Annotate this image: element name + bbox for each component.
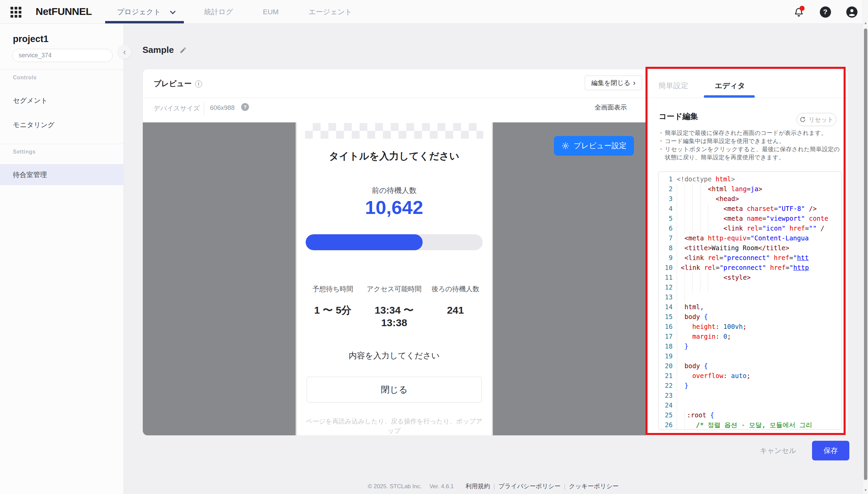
page-scrollbar[interactable]: ▲ ▼ <box>863 0 868 494</box>
copyright-text: © 2025. STCLab Inc. <box>368 483 422 490</box>
scrollbar-thumb[interactable] <box>864 28 867 480</box>
indent-guide <box>700 272 700 282</box>
stat-value: 1 〜 5分 <box>302 304 364 316</box>
line-number: 21 <box>659 371 677 381</box>
tab-editor[interactable]: エディタ <box>715 81 745 91</box>
nav-item-エージェント[interactable]: エージェント <box>309 7 352 17</box>
code-line: 15body { <box>659 312 842 322</box>
page-title-row: Sample <box>143 45 187 55</box>
code-token: ja <box>751 185 758 193</box>
indent-guide <box>684 410 685 420</box>
code-text: body { <box>677 361 842 371</box>
code-text: <link rel="preconnect" href="htt <box>677 253 842 263</box>
apps-grid-icon[interactable] <box>10 6 22 18</box>
code-token: = <box>719 254 723 261</box>
code-token: "icon" <box>762 225 786 232</box>
line-number: 22 <box>659 381 677 391</box>
chevron-down-icon <box>170 8 176 14</box>
waiting-stat: アクセス可能時間13:34 〜13:38 <box>364 284 425 329</box>
code-line: 24 <box>659 400 842 410</box>
waiting-stats: 予想待ち時間1 〜 5分アクセス可能時間13:34 〜13:38後ろの待機人数2… <box>302 284 486 329</box>
tab-simple-settings[interactable]: 簡単設定 <box>658 81 688 91</box>
service-select-input[interactable] <box>12 49 113 62</box>
nav-item-EUM[interactable]: EUM <box>263 8 279 16</box>
scroll-down-icon[interactable]: ▼ <box>863 488 868 492</box>
help-icon[interactable]: ? <box>819 6 831 18</box>
footer-link-プライバシーポリシー[interactable]: プライバシーポリシー <box>498 482 560 490</box>
indent-guide <box>700 224 700 233</box>
preview-settings-button[interactable]: プレビュー設定 <box>554 136 634 156</box>
code-token <box>700 313 704 320</box>
save-button[interactable]: 保存 <box>812 441 849 460</box>
code-token: "preconnect" <box>723 254 770 261</box>
indent-guide <box>684 194 685 204</box>
scroll-up-icon[interactable]: ▲ <box>863 21 868 25</box>
code-editor[interactable]: 1<!doctype html>2<html lang=ja>3<head>4<… <box>658 172 842 430</box>
code-token: html <box>712 175 731 183</box>
footer-link-利用規約[interactable]: 利用規約 <box>466 482 490 490</box>
main-nav: プロジェクト統計ログEUMエージェント <box>117 0 382 24</box>
pencil-icon <box>180 46 187 54</box>
stat-value: 13:34 〜13:38 <box>364 304 425 329</box>
notifications-bell-icon[interactable] <box>793 6 805 18</box>
footer-link-クッキーポリシー[interactable]: クッキーポリシー <box>569 482 619 490</box>
code-token: </title> <box>758 244 789 251</box>
sidebar-divider <box>0 144 124 144</box>
device-size-label: デバイスサイズ <box>154 104 200 113</box>
code-line: 17 margin: 0; <box>659 331 842 341</box>
indent-guide <box>677 341 677 351</box>
line-number: 2 <box>659 184 677 194</box>
indent-guide <box>700 282 700 292</box>
code-token: lang <box>727 185 747 193</box>
indent-guide <box>700 204 700 214</box>
device-help-icon[interactable]: ? <box>241 103 249 111</box>
stat-value: 241 <box>425 304 486 316</box>
code-line: 4<meta charset="UTF-8" /> <box>659 204 842 214</box>
code-token: <html <box>708 185 727 193</box>
line-number: 24 <box>659 400 677 410</box>
refresh-icon <box>799 116 806 123</box>
code-token: rel <box>743 225 758 232</box>
edit-title-button[interactable] <box>180 46 187 54</box>
code-token: Waiting Room <box>712 244 758 251</box>
code-token: conte <box>805 215 828 222</box>
indent-guide <box>708 204 708 214</box>
note-item: ・リセットボタンをクリックすると、最後に保存された簡単設定の状態に戻り、簡単設定… <box>658 145 843 162</box>
indent-guide <box>692 204 693 214</box>
reset-button[interactable]: リセット <box>796 113 836 126</box>
code-line: 18} <box>659 341 842 351</box>
indent-guide <box>684 204 685 214</box>
fullscreen-button[interactable]: 全画面表示 <box>595 103 627 112</box>
waiting-close-button[interactable]: 閉じる <box>307 377 482 402</box>
line-number: 6 <box>659 224 677 233</box>
sidebar-item-モニタリング[interactable]: モニタリング <box>0 114 124 135</box>
code-token: ; <box>727 332 731 340</box>
code-token: = <box>774 205 778 212</box>
code-token: = <box>758 225 762 232</box>
info-icon[interactable]: i <box>195 80 202 88</box>
sidebar-collapse-button[interactable]: ‹ <box>118 45 131 59</box>
indent-guide <box>677 253 677 263</box>
sidebar-item-待合室管理[interactable]: 待合室管理 <box>0 164 124 185</box>
indent-guide <box>692 224 693 233</box>
close-edit-button[interactable]: 編集を閉じる › <box>585 76 642 90</box>
indent-guide <box>684 224 685 233</box>
indent-guide <box>708 272 708 282</box>
stat-value-line: 13:34 〜 <box>364 304 425 316</box>
indent-guide <box>677 282 677 292</box>
nav-item-統計ログ[interactable]: 統計ログ <box>204 7 233 17</box>
waiting-title: タイトルを入力してください <box>296 150 493 163</box>
waiting-room-preview: タイトルを入力してください 前の待機人数 10,642 予想待ち時間1 〜 5分… <box>296 122 493 435</box>
profile-avatar-icon[interactable] <box>846 6 858 18</box>
indent-guide <box>684 272 685 282</box>
nav-item-プロジェクト[interactable]: プロジェクト <box>117 7 174 17</box>
code-token: <link <box>723 225 743 232</box>
footer-links: 利用規約|プライバシーポリシー|クッキーポリシー <box>466 483 619 490</box>
indent-guide <box>677 243 677 253</box>
sidebar-item-セグメント[interactable]: セグメント <box>0 90 124 111</box>
footer: © 2025. STCLab Inc. Ver. 4.6.1 利用規約|プライバ… <box>124 482 863 490</box>
code-token: /> <box>805 205 816 212</box>
code-token: http-equiv <box>704 234 747 242</box>
cancel-button[interactable]: キャンセル <box>760 446 796 455</box>
indent-guide <box>684 184 685 194</box>
